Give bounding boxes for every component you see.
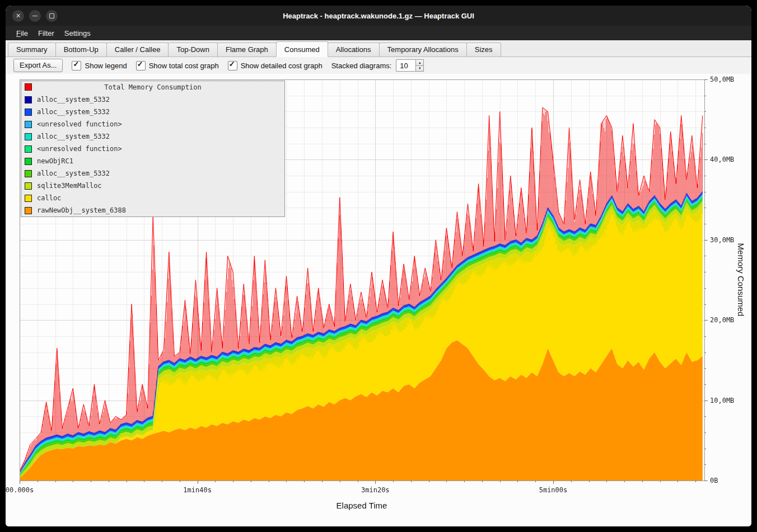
legend-color-swatch bbox=[25, 109, 32, 116]
legend-label: newObjRC1 bbox=[37, 157, 73, 165]
y-tick-label: 40,0MB bbox=[710, 156, 734, 163]
legend-label: <unresolved function> bbox=[37, 120, 122, 128]
legend-title-row: Total Memory Consumption bbox=[21, 81, 284, 93]
y-axis-title: Memory Consumed bbox=[736, 243, 746, 317]
x-tick-label: 3min20s bbox=[361, 486, 390, 494]
spin-down-button[interactable]: ▼ bbox=[415, 66, 424, 72]
legend-label: alloc__system_5332 bbox=[37, 96, 110, 103]
maximize-icon bbox=[49, 13, 54, 18]
export-as-button[interactable]: Export As... bbox=[13, 59, 63, 72]
toolbar: Export As... ✓ Show legend ✓ Show total … bbox=[6, 57, 751, 74]
legend-color-swatch bbox=[25, 170, 32, 177]
legend-title: Total Memory Consumption bbox=[21, 81, 284, 93]
x-tick-label: 5min00s bbox=[539, 486, 568, 494]
legend-row: sqlite3MemMalloc bbox=[21, 180, 284, 192]
legend-color-swatch bbox=[25, 182, 32, 190]
menu-filter[interactable]: Filter bbox=[33, 27, 59, 39]
check-icon: ✓ bbox=[229, 60, 235, 68]
legend-row: alloc__system_5332 bbox=[21, 130, 284, 143]
tab-bar: SummaryBottom-UpCaller / CalleeTop-DownF… bbox=[6, 40, 751, 57]
checkbox-box[interactable]: ✓ bbox=[136, 61, 146, 70]
tab-caller-callee[interactable]: Caller / Callee bbox=[106, 43, 169, 57]
window-title: Heaptrack - heaptrack.wakunode.1.gz — He… bbox=[6, 12, 751, 20]
legend-label: sqlite3MemMalloc bbox=[37, 182, 102, 190]
legend-label: <unresolved function> bbox=[37, 145, 122, 153]
y-tick-label: 30,0MB bbox=[710, 236, 734, 244]
legend-label: alloc__system_5332 bbox=[37, 133, 110, 140]
checkbox-label: Show legend bbox=[85, 62, 127, 70]
tab-sizes[interactable]: Sizes bbox=[466, 43, 501, 57]
legend-color-swatch bbox=[25, 158, 32, 165]
y-tick-label: 10,0MB bbox=[710, 397, 734, 404]
tab-bottom-up[interactable]: Bottom-Up bbox=[55, 43, 107, 57]
legend-label: calloc bbox=[37, 194, 61, 202]
checkbox-show-total-cost-graph[interactable]: ✓ Show total cost graph bbox=[136, 61, 219, 70]
stacked-diagrams-label: Stacked diagrams: bbox=[331, 62, 392, 70]
y-tick-label: 0B bbox=[710, 477, 718, 484]
window-controls: ✕ bbox=[12, 10, 58, 22]
legend-row: rawNewObj__system_6388 bbox=[21, 204, 284, 216]
menu-bar: FileFilterSettings bbox=[6, 26, 751, 40]
checkbox-label: Show detailed cost graph bbox=[241, 62, 323, 70]
tab-summary[interactable]: Summary bbox=[8, 43, 56, 57]
legend-color-swatch bbox=[25, 83, 32, 91]
checkbox-show-legend[interactable]: ✓ Show legend bbox=[72, 61, 127, 70]
legend-label: alloc__system_5332 bbox=[37, 170, 110, 177]
checkbox-box[interactable]: ✓ bbox=[228, 61, 237, 70]
legend-label: rawNewObj__system_6388 bbox=[37, 206, 126, 214]
tab-flame-graph[interactable]: Flame Graph bbox=[217, 43, 277, 57]
chart-legend: Total Memory Consumptionalloc__system_53… bbox=[21, 81, 285, 217]
stacked-diagrams-spinbox[interactable]: ▲ ▼ bbox=[396, 59, 424, 72]
title-bar: ✕ Heaptrack - heaptrack.wakunode.1.gz — … bbox=[6, 6, 751, 26]
legend-row: <unresolved function> bbox=[21, 143, 284, 155]
x-tick-label: 1min40s bbox=[183, 486, 212, 494]
close-button[interactable]: ✕ bbox=[12, 10, 24, 22]
x-axis-title: Elapsed Time bbox=[337, 501, 387, 510]
legend-color-swatch bbox=[25, 133, 32, 140]
legend-row: newObjRC1 bbox=[21, 155, 284, 167]
y-tick-label: 20,0MB bbox=[710, 316, 734, 324]
legend-color-swatch bbox=[25, 121, 32, 128]
tab-consumed[interactable]: Consumed bbox=[276, 41, 328, 57]
spin-buttons: ▲ ▼ bbox=[415, 59, 424, 72]
legend-color-swatch bbox=[25, 96, 32, 103]
app-window: ✕ Heaptrack - heaptrack.wakunode.1.gz — … bbox=[6, 6, 751, 526]
minimize-icon bbox=[32, 16, 38, 16]
chart-area: Total Memory Consumptionalloc__system_53… bbox=[6, 74, 751, 526]
legend-color-swatch bbox=[25, 145, 32, 153]
checkbox-show-detailed-cost-graph[interactable]: ✓ Show detailed cost graph bbox=[228, 61, 323, 70]
close-icon: ✕ bbox=[16, 12, 21, 20]
check-icon: ✓ bbox=[137, 60, 143, 68]
legend-row: alloc__system_5332 bbox=[21, 106, 284, 118]
minimize-button[interactable] bbox=[29, 10, 41, 22]
checkbox-box[interactable]: ✓ bbox=[72, 61, 81, 70]
tab-top-down[interactable]: Top-Down bbox=[168, 43, 218, 57]
tab-allocations[interactable]: Allocations bbox=[328, 43, 380, 57]
tab-temporary-allocations[interactable]: Temporary Allocations bbox=[379, 43, 467, 57]
menu-settings[interactable]: Settings bbox=[59, 27, 96, 39]
checkbox-label: Show total cost graph bbox=[149, 62, 219, 70]
stacked-diagrams-input[interactable] bbox=[396, 59, 415, 72]
legend-color-swatch bbox=[25, 207, 32, 214]
spin-up-button[interactable]: ▲ bbox=[415, 59, 424, 66]
check-icon: ✓ bbox=[73, 60, 79, 68]
legend-row: calloc bbox=[21, 192, 284, 204]
maximize-button[interactable] bbox=[46, 10, 58, 22]
menu-file[interactable]: File bbox=[11, 27, 33, 39]
legend-row: alloc__system_5332 bbox=[21, 93, 284, 106]
legend-color-swatch bbox=[25, 195, 32, 202]
x-tick-label: 00.000s bbox=[6, 486, 34, 494]
legend-row: alloc__system_5332 bbox=[21, 167, 284, 180]
legend-row: <unresolved function> bbox=[21, 118, 284, 130]
y-tick-label: 50,0MB bbox=[710, 76, 734, 83]
legend-label: alloc__system_5332 bbox=[37, 108, 110, 116]
